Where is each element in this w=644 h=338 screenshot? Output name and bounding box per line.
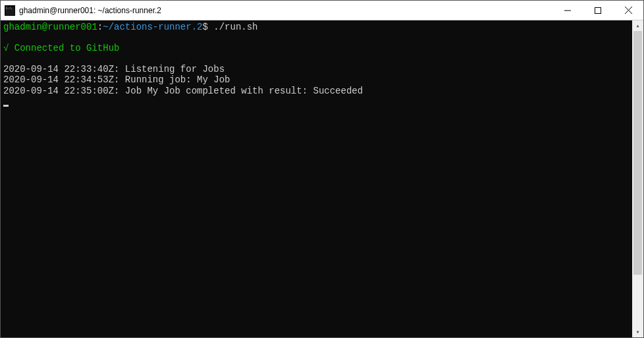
cursor	[3, 105, 9, 107]
maximize-button[interactable]	[583, 1, 613, 20]
vertical-scrollbar[interactable]: ▴ ▾	[632, 20, 643, 337]
connected-status: Connected to GitHub	[9, 43, 119, 53]
svg-text:C:\: C:\	[6, 6, 12, 10]
log-line: 2020-09-14 22:35:00Z: Job My Job complet…	[3, 86, 363, 96]
minimize-button[interactable]	[552, 1, 583, 20]
terminal-icon: C:\	[5, 5, 15, 16]
scrollbar-thumb[interactable]	[633, 31, 642, 275]
terminal-area: ghadmin@runner001:~/actions-runner.2$ ./…	[1, 20, 643, 337]
window-controls	[552, 1, 643, 20]
log-line: 2020-09-14 22:33:40Z: Listening for Jobs	[3, 64, 225, 74]
window-titlebar: C:\ ghadmin@runner001: ~/actions-runner.…	[1, 1, 643, 20]
prompt-sep: :	[97, 22, 103, 32]
scroll-down-arrow[interactable]: ▾	[632, 327, 643, 337]
prompt-path: ~/actions-runner.2	[103, 22, 202, 32]
svg-rect-4	[595, 7, 601, 13]
scroll-up-arrow[interactable]: ▴	[632, 20, 643, 31]
window-title: ghadmin@runner001: ~/actions-runner.2	[19, 6, 552, 15]
close-button[interactable]	[613, 1, 643, 20]
prompt-user-host: ghadmin@runner001	[3, 22, 97, 32]
terminal-output[interactable]: ghadmin@runner001:~/actions-runner.2$ ./…	[1, 20, 632, 337]
prompt-sigil: $	[202, 22, 207, 32]
log-line: 2020-09-14 22:34:53Z: Running job: My Jo…	[3, 74, 230, 85]
prompt-command: ./run.sh	[213, 22, 257, 32]
